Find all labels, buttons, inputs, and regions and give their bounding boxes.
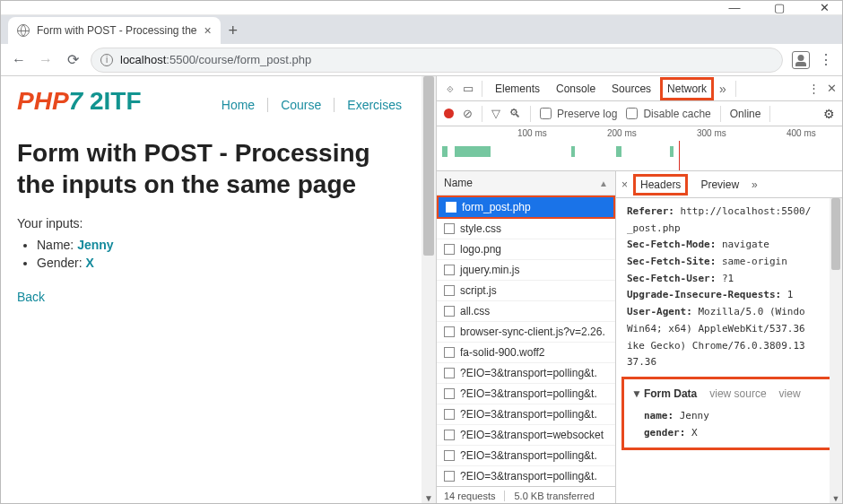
tab-strip: Form with POST - Processing the × +: [1, 15, 842, 44]
timeline-tick: 400 ms: [787, 128, 816, 138]
minimize-icon[interactable]: —: [722, 2, 747, 13]
new-tab-button[interactable]: +: [221, 22, 246, 44]
detail-tabs: × Headers Preview »: [616, 171, 842, 198]
header-line: _post.php: [627, 221, 839, 238]
request-row[interactable]: ?EIO=3&transport=polling&t.: [437, 466, 615, 486]
detail-tab-headers[interactable]: Headers: [633, 174, 688, 196]
browser-tab[interactable]: Form with POST - Processing the ×: [8, 17, 221, 44]
tab-console[interactable]: Console: [549, 77, 603, 100]
network-timeline[interactable]: 100 ms 200 ms 300 ms 400 ms: [437, 126, 842, 171]
header-line: 37.36: [627, 354, 839, 371]
address-bar[interactable]: i localhost:5500/course/form_post.php: [91, 48, 783, 73]
devtools-tabbar: ⟐ ▭ Elements Console Sources Network » ⋮…: [437, 76, 842, 101]
nav-link-home[interactable]: Home: [222, 98, 255, 112]
file-icon: [444, 285, 455, 296]
divider: [720, 106, 721, 122]
file-icon: [444, 409, 455, 420]
header-line: Referer: http://localhost:5500/: [627, 204, 839, 221]
request-row[interactable]: ?EIO=3&transport=polling&t.: [437, 404, 615, 425]
request-list-footer: 14 requests 5.0 KB transferred: [437, 486, 615, 504]
throttle-select[interactable]: Online: [730, 108, 761, 120]
filter-icon[interactable]: ▽: [491, 107, 500, 120]
request-row[interactable]: browser-sync-client.js?v=2.26.: [437, 322, 615, 343]
request-row[interactable]: ?EIO=3&transport=websocket: [437, 425, 615, 446]
divider: [769, 106, 770, 122]
scroll-down-icon[interactable]: ▼: [830, 494, 842, 503]
timeline-cursor: [679, 141, 680, 170]
site-info-icon[interactable]: i: [100, 54, 113, 66]
request-row[interactable]: ?EIO=3&transport=polling&t.: [437, 384, 615, 404]
clear-icon[interactable]: ⊘: [463, 107, 473, 120]
request-row[interactable]: style.css: [437, 219, 615, 239]
file-icon: [444, 326, 455, 337]
site-nav: Home Course Exercises: [222, 98, 402, 112]
profile-icon[interactable]: [792, 51, 810, 69]
tab-sources[interactable]: Sources: [604, 77, 658, 100]
request-row[interactable]: fa-solid-900.woff2: [437, 343, 615, 363]
header-line: ike Gecko) Chrome/76.0.3809.13: [627, 338, 839, 355]
request-row[interactable]: form_post.php: [437, 196, 615, 219]
back-link[interactable]: Back: [17, 290, 45, 304]
inspect-icon[interactable]: ⟐: [442, 82, 458, 95]
record-icon[interactable]: [444, 109, 454, 118]
request-list-header[interactable]: Name▲: [437, 171, 615, 196]
request-row[interactable]: logo.png: [437, 239, 615, 260]
more-detail-tabs-icon[interactable]: »: [752, 178, 758, 191]
file-icon: [444, 430, 455, 440]
inputs-list: Name: Jenny Gender: X: [17, 238, 420, 270]
request-row[interactable]: ?EIO=3&transport=polling&t.: [437, 446, 615, 466]
inputs-label: Your inputs:: [17, 216, 420, 230]
header-line: Sec-Fetch-Mode: navigate: [627, 237, 839, 254]
device-toggle-icon[interactable]: ▭: [460, 82, 476, 95]
network-toolbar: ⊘ ▽ 🔍︎ Preserve log Disable cache Online…: [437, 101, 842, 126]
request-row[interactable]: ?EIO=3&transport=polling&t.: [437, 363, 615, 384]
divider: [530, 106, 531, 122]
header-line: Win64; x64) AppleWebKit/537.36: [627, 321, 839, 338]
tab-network[interactable]: Network: [660, 77, 714, 100]
header-line: Sec-Fetch-User: ?1: [627, 271, 839, 288]
search-icon[interactable]: 🔍︎: [509, 107, 521, 120]
form-data-section: ▼Form Dataview sourceviewname: Jennygend…: [621, 377, 833, 450]
divider: [334, 98, 335, 112]
scroll-thumb[interactable]: [831, 198, 840, 270]
request-row[interactable]: script.js: [437, 281, 615, 301]
more-tabs-icon[interactable]: »: [716, 82, 730, 96]
nav-link-exercises[interactable]: Exercises: [347, 98, 402, 112]
gear-icon[interactable]: ⚙: [823, 107, 835, 121]
close-window-icon[interactable]: ✕: [812, 2, 837, 13]
nav-link-course[interactable]: Course: [281, 98, 321, 112]
file-icon: [446, 202, 456, 213]
file-icon: [444, 368, 455, 378]
scroll-down-icon[interactable]: ▼: [422, 493, 436, 503]
file-icon: [444, 388, 455, 399]
file-icon: [444, 471, 455, 482]
list-item: Gender: X: [37, 256, 420, 270]
tab-elements[interactable]: Elements: [488, 77, 547, 100]
chevron-up-icon: ▲: [599, 178, 608, 188]
request-row[interactable]: all.css: [437, 301, 615, 322]
page-viewport: PHP7 2ITF Home Course Exercises Form wit…: [1, 76, 436, 504]
file-icon: [444, 244, 455, 255]
disable-cache-checkbox[interactable]: Disable cache: [626, 108, 710, 120]
detail-tab-preview[interactable]: Preview: [693, 174, 746, 196]
address-bar-row: ← → ⟳ i localhost:5500/course/form_post.…: [1, 44, 842, 76]
globe-icon: [17, 24, 30, 37]
request-row[interactable]: jquery.min.js: [437, 260, 615, 281]
maximize-icon[interactable]: ▢: [767, 2, 792, 13]
scroll-thumb[interactable]: [423, 76, 434, 256]
preserve-log-checkbox[interactable]: Preserve log: [540, 108, 617, 120]
back-button[interactable]: ←: [10, 52, 28, 68]
devtools-panel: ⟐ ▭ Elements Console Sources Network » ⋮…: [436, 76, 842, 504]
scrollbar[interactable]: ▲ ▼: [422, 76, 436, 504]
devtools-close-icon[interactable]: ✕: [827, 82, 837, 95]
scrollbar[interactable]: ▲ ▼: [830, 198, 842, 504]
headers-content: Referer: http://localhost:5500/_post.php…: [616, 198, 842, 504]
site-logo: PHP7 2ITF: [17, 87, 142, 116]
close-detail-icon[interactable]: ×: [621, 178, 628, 191]
reload-button[interactable]: ⟳: [64, 51, 82, 68]
menu-icon[interactable]: ⋮: [819, 51, 833, 68]
page-title: Form with POST - Processing the inputs o…: [17, 137, 420, 200]
devtools-menu-icon[interactable]: ⋮: [808, 82, 820, 95]
close-tab-icon[interactable]: ×: [204, 23, 212, 38]
forward-button[interactable]: →: [37, 52, 55, 68]
